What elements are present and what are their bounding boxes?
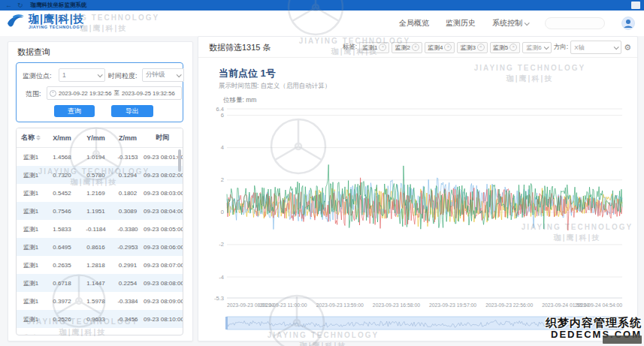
filter-tag[interactable]: 监测2× <box>392 42 422 53</box>
logo-en-text: JIAYING TECHNOLOGY <box>29 26 85 30</box>
filter-tag[interactable]: 监测1× <box>359 42 389 53</box>
filter-tag[interactable]: 监测5× <box>490 42 520 53</box>
table-cell: 监测1 <box>17 166 45 184</box>
x-tick-label: 2023-09-23 11:00:00 <box>260 302 307 308</box>
chevron-down-icon <box>525 20 530 26</box>
back-icon[interactable]: ← <box>5 2 12 9</box>
browser-extension-icon[interactable] <box>631 2 640 9</box>
direction-label: 方向: <box>554 43 568 52</box>
table-row[interactable]: 监测10.25260.9633-0.345609-23 08:10:00 <box>17 310 183 328</box>
table-cell: 0.8616 <box>79 238 113 256</box>
table-column-header: Y/mm <box>79 128 113 148</box>
table-row[interactable]: 监测10.89341.00000.015109-23 08:11:00 <box>17 328 183 335</box>
avatar[interactable] <box>621 17 635 30</box>
tag-select[interactable]: 监测6 <box>522 42 551 53</box>
table-cell: 监测1 <box>17 256 45 274</box>
query-button[interactable]: 查询 <box>54 105 95 117</box>
table-cell: 0.5780 <box>79 166 113 184</box>
logo-cn-text: 珈|鹰|科|技 <box>29 14 85 24</box>
gear-icon[interactable]: ⚙ <box>624 44 631 52</box>
table-row[interactable]: 监测11.45681.0194-0.315309-23 08:01:00 <box>17 148 183 167</box>
close-icon[interactable]: × <box>379 44 386 51</box>
site-select[interactable]: 1 <box>59 68 105 82</box>
chevron-down-icon <box>98 72 103 77</box>
export-button[interactable]: 导出 <box>111 105 153 117</box>
table-row[interactable]: 监测10.39721.5978-0.338409-23 08:09:00 <box>17 292 183 310</box>
top-nav: 全局概览 监测历史 系统控制 <box>399 11 635 36</box>
table-cell: 0.3089 <box>113 202 143 220</box>
x-tick-label: 2023-09-23 13:59:00 <box>316 302 364 308</box>
table-row[interactable]: 监测10.26351.28180.299109-23 08:07:00 <box>17 256 183 274</box>
table-header-row: 名称X/mmY/mmZ/mm时间 <box>17 128 183 148</box>
logo[interactable]: 珈|鹰|科|技 JIAYING TECHNOLOGY <box>6 14 85 30</box>
table-cell: 0.2635 <box>45 256 79 274</box>
table-column-header: X/mm <box>45 128 79 148</box>
close-icon[interactable]: × <box>477 44 485 51</box>
table-row[interactable]: 监测10.75461.19510.308909-23 08:04:00 <box>17 202 183 220</box>
close-icon[interactable]: × <box>509 44 517 51</box>
query-table: 名称X/mmY/mmZ/mm时间 监测11.45681.0194-0.31530… <box>16 128 183 335</box>
table-cell: -0.3380 <box>113 220 143 238</box>
table-cell: 1.1447 <box>79 274 113 292</box>
table-cell: 1.5833 <box>45 220 79 238</box>
table-cell: 1.2169 <box>79 184 113 202</box>
table-cell: 监测1 <box>17 184 45 202</box>
system-badge <box>603 335 642 344</box>
filter-tag[interactable]: 监测3× <box>457 42 487 53</box>
table-cell: 09-23 08:07:00 <box>143 256 183 274</box>
date-range-input[interactable]: 2023-09-22 19:32:56 至 2023-09-25 19:32:5… <box>47 86 182 100</box>
table-cell: 0.0151 <box>113 328 143 335</box>
table-cell: -0.3456 <box>113 310 143 328</box>
table-column-header[interactable]: 名称 <box>17 128 45 148</box>
table-row[interactable]: 监测10.67181.14470.225409-23 08:08:00 <box>17 274 183 292</box>
table-cell: 监测1 <box>17 328 45 335</box>
sort-icon[interactable] <box>36 135 41 140</box>
tag-list: 监测1×监测2×监测4×监测3×监测5× <box>359 42 520 53</box>
chevron-down-icon <box>614 44 619 50</box>
table-cell: 0.9633 <box>79 310 113 328</box>
chart-canvas[interactable]: 6.46420-2-4-5.32023-09-23 08:01:002023-0… <box>207 104 628 313</box>
table-cell: 0.7546 <box>45 202 79 220</box>
table-cell: 09-23 08:10:00 <box>143 310 183 328</box>
header-search-input[interactable] <box>545 17 605 29</box>
filter-row: 标签: 监测1×监测2×监测4×监测3×监测5× 监测6 方向: X轴 ⚙ <box>343 41 631 54</box>
refresh-icon[interactable]: ↻ <box>17 2 23 9</box>
table-cell: 1.1951 <box>79 202 113 220</box>
granularity-select[interactable]: 分钟级 <box>142 68 184 82</box>
table-cell: 09-23 08:09:00 <box>143 292 183 310</box>
filter-tag[interactable]: 监测4× <box>425 42 455 53</box>
table-row[interactable]: 监测10.64950.8616-0.295309-23 08:06:00 <box>17 238 183 256</box>
chart-panel: 数据筛选1315 条 标签: 监测1×监测2×监测4×监测3×监测5× 监测6 … <box>198 36 638 341</box>
browser-topbar: ← ↻ 珈鹰科技坐标监测系统 <box>0 0 644 11</box>
chart-subtitle: 展示时间范围: 自定义（启用自动计算） <box>219 82 331 91</box>
logo-text-block: 珈|鹰|科|技 JIAYING TECHNOLOGY <box>29 14 85 30</box>
x-tick-label: 2023-09-23 16:58:00 <box>373 302 420 308</box>
close-icon[interactable]: × <box>444 44 452 51</box>
browser-tab[interactable]: 珈鹰科技坐标监测系统 <box>31 2 87 9</box>
chart-panel-header: 数据筛选1315 条 标签: 监测1×监测2×监测4×监测3×监测5× 监测6 … <box>198 37 637 58</box>
nav-item-overview[interactable]: 全局概览 <box>399 18 429 29</box>
table-cell: 09-23 08:06:00 <box>143 238 183 256</box>
tags-label: 标签: <box>343 43 357 52</box>
table-cell: 1.5978 <box>79 292 113 310</box>
table-row[interactable]: 监测11.5833-0.1184-0.338009-23 08:05:00 <box>17 220 183 238</box>
direction-select[interactable]: X轴 <box>570 41 621 54</box>
table-cell: 09-23 08:11:00 <box>143 328 183 335</box>
query-form: 监测位点: 1 时间粒度: 分钟级 范围: 2023-09-22 19:32:5… <box>16 62 183 122</box>
datazoom-left-handle[interactable] <box>225 317 228 329</box>
query-table-body: 监测11.45681.0194-0.315309-23 08:01:00监测10… <box>17 148 183 336</box>
table-cell: 监测1 <box>17 220 45 238</box>
table-scrollbar-thumb[interactable] <box>178 149 181 172</box>
table-row[interactable]: 监测10.73200.57800.129409-23 08:02:00 <box>17 166 183 184</box>
nav-item-system-control[interactable]: 系统控制 <box>492 18 528 29</box>
table-cell: 监测1 <box>17 292 45 310</box>
table-cell: 09-23 08:01:00 <box>143 148 183 167</box>
table-column-header: Z/mm <box>113 128 143 148</box>
granularity-label: 时间粒度: <box>108 71 138 81</box>
y-tick-label: 2 <box>221 176 224 183</box>
table-row[interactable]: 监测10.54521.21690.180209-23 08:03:00 <box>17 184 183 202</box>
filter-tag-label: 监测1 <box>362 44 377 52</box>
close-icon[interactable]: × <box>412 44 419 51</box>
nav-item-history[interactable]: 监测历史 <box>446 18 476 29</box>
query-panel: 数据查询 监测位点: 1 时间粒度: 分钟级 范围: 2023-09-22 19… <box>8 41 193 341</box>
